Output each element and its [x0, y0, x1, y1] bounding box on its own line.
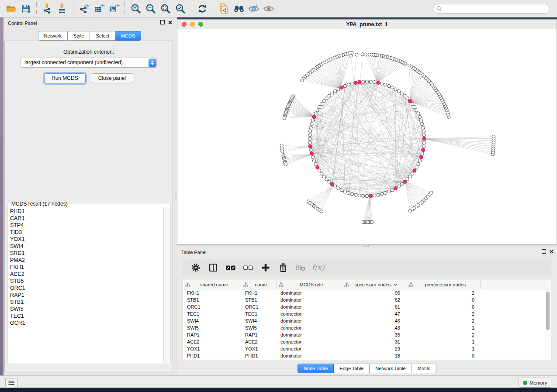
graph-node[interactable] [365, 80, 368, 83]
graph-node[interactable] [397, 89, 400, 93]
graph-node[interactable] [310, 122, 313, 125]
select-all-rows-icon[interactable] [224, 261, 237, 274]
graph-mcds-node[interactable] [422, 148, 425, 152]
graph-mcds-node[interactable] [330, 182, 334, 186]
tab-select[interactable]: Select [90, 31, 115, 41]
graph-node[interactable] [314, 162, 317, 165]
mcds-result-item[interactable]: STP4 [10, 222, 164, 229]
graph-node[interactable] [331, 92, 334, 95]
graph-node[interactable] [380, 82, 383, 85]
graph-node[interactable] [343, 190, 346, 193]
deselect-all-rows-icon[interactable] [242, 261, 255, 274]
graph-node[interactable] [397, 185, 400, 188]
graph-node[interactable] [311, 155, 314, 158]
graph-node[interactable] [369, 80, 372, 83]
graph-node[interactable] [422, 144, 425, 148]
graph-node[interactable] [362, 194, 365, 197]
graph-leaf-node[interactable] [301, 79, 304, 82]
search-input[interactable] [433, 4, 550, 14]
mcds-result-item[interactable]: STB5 [10, 278, 164, 285]
open-file-icon[interactable] [3, 2, 18, 16]
graph-node[interactable] [318, 106, 321, 109]
search-binoculars-icon[interactable] [232, 2, 246, 16]
graph-mcds-node[interactable] [369, 194, 373, 198]
mcds-result-item[interactable]: CAR1 [10, 215, 164, 222]
graph-node[interactable] [308, 134, 311, 137]
graph-mcds-node[interactable] [316, 166, 319, 169]
graph-mcds-node[interactable] [358, 80, 361, 84]
graph-node[interactable] [400, 92, 403, 95]
import-network-icon[interactable] [40, 2, 55, 16]
mcds-result-item[interactable]: ORC1 [10, 285, 164, 292]
graph-node[interactable] [350, 193, 353, 196]
tab-network-table[interactable]: Network Table [370, 364, 412, 373]
graph-node[interactable] [312, 159, 315, 162]
graph-node[interactable] [316, 109, 319, 112]
graph-mcds-node[interactable] [419, 155, 423, 159]
graph-node[interactable] [384, 83, 387, 86]
graph-node[interactable] [314, 112, 317, 115]
mcds-result-item[interactable]: ACE2 [10, 271, 164, 278]
mcds-result-item[interactable]: SRD1 [10, 250, 164, 257]
graph-node[interactable] [422, 130, 425, 133]
graph-node[interactable] [419, 119, 422, 122]
column-header-name[interactable]: name [241, 280, 277, 289]
graph-node[interactable] [308, 130, 311, 133]
graph-node[interactable] [328, 180, 331, 183]
graph-node[interactable] [334, 185, 337, 188]
network-canvas[interactable] [177, 29, 557, 244]
graph-node[interactable] [380, 193, 383, 196]
graph-node[interactable] [387, 84, 390, 87]
graph-leaf-node[interactable] [355, 53, 358, 56]
graph-leaf-node[interactable] [284, 163, 287, 166]
delete-row-icon[interactable] [277, 261, 290, 274]
mcds-result-item[interactable]: PMA2 [10, 257, 164, 264]
show-all-eye-icon[interactable] [261, 2, 276, 16]
graph-node[interactable] [415, 109, 418, 112]
mcds-result-item[interactable]: TEC1 [10, 313, 164, 320]
graph-node[interactable] [387, 190, 390, 193]
zoom-selected-icon[interactable] [173, 2, 188, 16]
graph-node[interactable] [343, 84, 346, 87]
graph-mcds-node[interactable] [340, 86, 343, 89]
tab-network[interactable]: Network [38, 31, 68, 41]
graph-node[interactable] [415, 166, 418, 169]
graph-node[interactable] [373, 194, 376, 197]
table-row-fkh1[interactable]: FKH1FKH1dominator962 [183, 289, 551, 296]
hide-selected-eye-icon[interactable] [246, 2, 261, 16]
zoom-in-icon[interactable] [128, 2, 143, 16]
add-row-icon[interactable] [259, 261, 272, 274]
column-header-shared-name[interactable]: shared name [183, 280, 241, 289]
graph-mcds-node[interactable] [312, 115, 316, 119]
tab-style[interactable]: Style [68, 31, 90, 41]
graph-node[interactable] [325, 97, 328, 100]
refresh-icon[interactable] [195, 2, 210, 16]
graph-node[interactable] [411, 103, 414, 106]
graph-node[interactable] [320, 172, 323, 175]
graph-node[interactable] [421, 152, 424, 155]
table-row-yox1[interactable]: YOX1YOX1connector291 [183, 345, 551, 352]
graph-mcds-node[interactable] [377, 81, 380, 85]
import-table-icon[interactable] [55, 2, 70, 16]
export-table-icon[interactable] [92, 2, 107, 16]
float-panel-icon[interactable] [160, 20, 165, 24]
graph-mcds-node[interactable] [394, 186, 398, 190]
graph-node[interactable] [406, 97, 409, 100]
graph-node[interactable] [417, 162, 420, 165]
mcds-result-item[interactable]: PHD1 [10, 208, 164, 215]
graph-node[interactable] [417, 112, 420, 115]
close-panel-button[interactable]: Close panel [91, 73, 133, 83]
graph-mcds-node[interactable] [403, 180, 406, 184]
clone-network-icon[interactable] [217, 2, 232, 16]
graph-node[interactable] [328, 94, 331, 97]
graph-leaf-node[interactable] [408, 64, 411, 67]
mcds-result-item[interactable]: YOX1 [10, 236, 164, 243]
float-panel-icon[interactable] [542, 249, 546, 254]
tab-motifs[interactable]: Motifs [412, 364, 436, 373]
graph-node[interactable] [322, 175, 325, 178]
graph-leaf-node[interactable] [281, 150, 284, 153]
graph-mcds-node[interactable] [354, 81, 357, 85]
save-session-icon[interactable] [18, 2, 33, 16]
graph-leaf-node[interactable] [429, 191, 432, 194]
graph-node[interactable] [309, 126, 312, 129]
